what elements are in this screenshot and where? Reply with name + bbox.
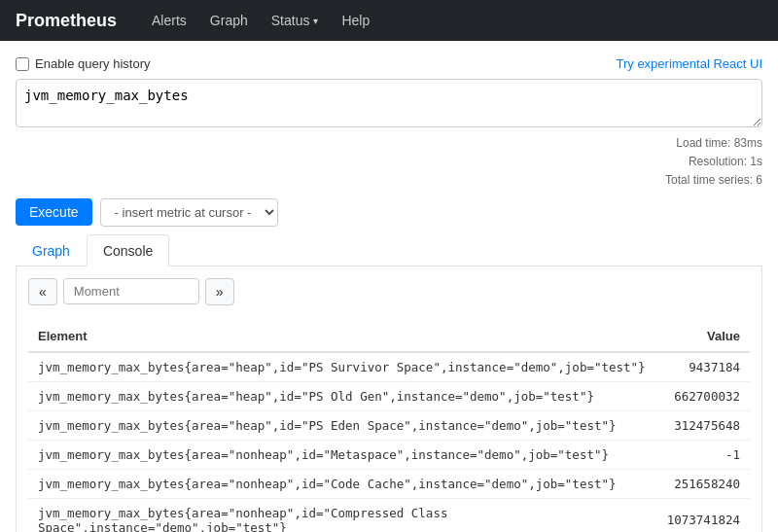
console-panel: « » Element Value jvm_memory_max_bytes{a…	[16, 266, 762, 532]
table-row: jvm_memory_max_bytes{area="heap",id="PS …	[28, 410, 750, 440]
metric-select[interactable]: - insert metric at cursor -	[100, 198, 278, 227]
cell-element: jvm_memory_max_bytes{area="nonheap",id="…	[28, 469, 657, 498]
cell-value: 662700032	[657, 381, 750, 410]
enable-query-label[interactable]: Enable query history	[16, 56, 151, 71]
table-row: jvm_memory_max_bytes{area="heap",id="PS …	[28, 381, 750, 410]
query-input[interactable]: jvm_memory_max_bytes	[16, 79, 762, 127]
cell-element: jvm_memory_max_bytes{area="nonheap",id="…	[28, 498, 657, 532]
results-table: Element Value jvm_memory_max_bytes{area=…	[28, 321, 750, 532]
table-row: jvm_memory_max_bytes{area="nonheap",id="…	[28, 498, 750, 532]
brand-logo: Prometheus	[16, 11, 117, 31]
enable-query-text: Enable query history	[35, 56, 151, 71]
table-header-row: Element Value	[28, 321, 750, 352]
tabs-row: Graph Console	[16, 234, 762, 266]
cell-element: jvm_memory_max_bytes{area="nonheap",id="…	[28, 440, 657, 469]
cell-element: jvm_memory_max_bytes{area="heap",id="PS …	[28, 410, 657, 440]
top-bar: Enable query history Try experimental Re…	[16, 56, 762, 71]
cell-value: -1	[657, 440, 750, 469]
next-moment-button[interactable]: »	[205, 278, 234, 305]
nav-status[interactable]: Status ▾	[260, 0, 331, 41]
prev-moment-button[interactable]: «	[28, 278, 57, 305]
nav-alerts[interactable]: Alerts	[140, 0, 198, 41]
main-content: Enable query history Try experimental Re…	[0, 41, 778, 532]
table-row: jvm_memory_max_bytes{area="nonheap",id="…	[28, 469, 750, 498]
controls-row: Execute - insert metric at cursor -	[16, 198, 762, 227]
cell-element: jvm_memory_max_bytes{area="heap",id="PS …	[28, 352, 657, 382]
resolution-stat: Resolution: 1s	[665, 153, 762, 171]
cell-value: 9437184	[657, 352, 750, 382]
chevron-down-icon: ▾	[313, 16, 318, 26]
cell-element: jvm_memory_max_bytes{area="heap",id="PS …	[28, 381, 657, 410]
nav-status-label: Status	[271, 13, 310, 28]
table-row: jvm_memory_max_bytes{area="nonheap",id="…	[28, 440, 750, 469]
cell-value: 1073741824	[657, 498, 750, 532]
tab-graph[interactable]: Graph	[16, 234, 87, 266]
col-element: Element	[28, 321, 657, 352]
stats-text: Load time: 83ms Resolution: 1s Total tim…	[665, 134, 762, 191]
enable-query-checkbox[interactable]	[16, 57, 29, 71]
total-series-stat: Total time series: 6	[665, 171, 762, 190]
navbar: Prometheus Alerts Graph Status ▾ Help	[0, 0, 778, 41]
moment-row: « »	[28, 278, 750, 305]
moment-input[interactable]	[63, 278, 199, 304]
table-row: jvm_memory_max_bytes{area="heap",id="PS …	[28, 352, 750, 382]
stats-row: Load time: 83ms Resolution: 1s Total tim…	[16, 134, 762, 191]
cell-value: 251658240	[657, 469, 750, 498]
cell-value: 312475648	[657, 410, 750, 440]
execute-button[interactable]: Execute	[16, 198, 92, 226]
tab-console[interactable]: Console	[87, 234, 169, 266]
nav-help[interactable]: Help	[330, 0, 381, 41]
try-react-link[interactable]: Try experimental React UI	[616, 56, 762, 71]
load-time-stat: Load time: 83ms	[665, 134, 762, 153]
nav-graph[interactable]: Graph	[198, 0, 260, 41]
col-value: Value	[657, 321, 750, 352]
